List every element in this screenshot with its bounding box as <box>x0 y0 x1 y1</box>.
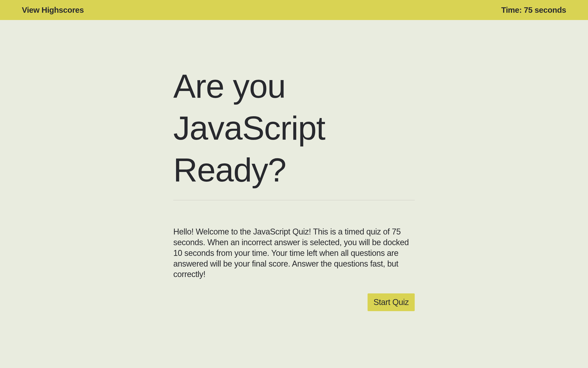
view-highscores-link[interactable]: View Highscores <box>22 5 84 15</box>
timer-value: 75 <box>524 5 532 14</box>
header-bar: View Highscores Time: 75 seconds <box>0 0 588 20</box>
main-content: Are you JavaScript Ready? Hello! Welcome… <box>116 20 472 311</box>
button-container: Start Quiz <box>173 293 415 311</box>
quiz-description: Hello! Welcome to the JavaScript Quiz! T… <box>173 227 415 280</box>
title-divider <box>173 200 415 200</box>
timer-display: Time: 75 seconds <box>501 5 566 15</box>
page-title: Are you JavaScript Ready? <box>173 65 415 191</box>
start-quiz-button[interactable]: Start Quiz <box>367 293 415 311</box>
timer-prefix: Time: <box>501 5 524 14</box>
timer-suffix: seconds <box>532 5 566 14</box>
